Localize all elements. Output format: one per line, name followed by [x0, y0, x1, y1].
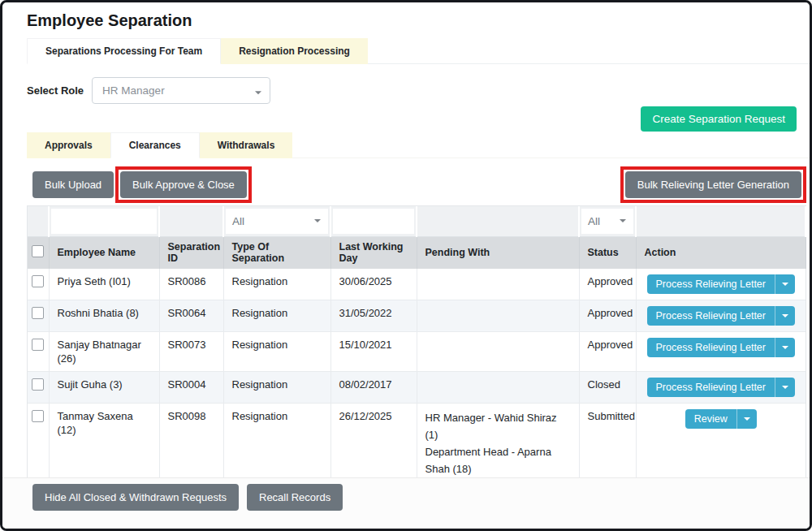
main-tab-bar: Separations Processing For Team Resignat…	[27, 38, 810, 64]
column-header: Separation ID	[159, 236, 223, 269]
hide-closed-withdrawn-button[interactable]: Hide All Closed & Withdrawn Requests	[32, 484, 239, 511]
row-action-button[interactable]: Process Relieving Letter	[647, 338, 795, 357]
column-header: Employee Name	[49, 236, 159, 269]
chevron-down-icon[interactable]	[775, 274, 795, 294]
cell-last-working-day: 31/05/2022	[330, 300, 417, 332]
cell-employee-name: Sujit Guha (3)	[49, 372, 159, 404]
select-all-checkbox[interactable]	[32, 245, 44, 257]
separation-id-filter-cell	[159, 206, 223, 236]
select-role-label: Select Role	[27, 84, 84, 97]
create-separation-request-button[interactable]: Create Separation Request	[641, 106, 797, 132]
cell-status: Approved	[579, 269, 636, 300]
table-row: Sanjay Bhatnagar (26) SR0073 Resignation…	[28, 332, 806, 372]
cell-last-working-day: 30/06/2025	[330, 269, 417, 300]
filter-checkbox-cell	[28, 206, 49, 236]
role-select-value: HR Manager	[102, 84, 165, 97]
column-header: Status	[579, 236, 636, 269]
chevron-down-icon	[314, 219, 321, 226]
row-action-label[interactable]: Process Relieving Letter	[647, 378, 775, 397]
bulk-approve-close-button[interactable]: Bulk Approve & Close	[120, 171, 247, 198]
cell-type-of-separation: Resignation	[223, 332, 330, 372]
cell-last-working-day: 15/10/2021	[330, 332, 417, 372]
cell-separation-id: SR0064	[159, 300, 223, 332]
cell-employee-name: Sanjay Bhatnagar (26)	[49, 332, 159, 372]
action-filter-cell	[636, 206, 806, 236]
cell-status: Closed	[579, 372, 636, 404]
tab-approvals[interactable]: Approvals	[27, 132, 110, 158]
table-row: Sujit Guha (3) SR0004 Resignation 08/02/…	[28, 372, 806, 404]
bottom-actions: Hide All Closed & Withdrawn Requests Rec…	[2, 477, 810, 529]
row-checkbox[interactable]	[32, 339, 44, 351]
role-selector-row: Select Role HR Manager	[27, 77, 270, 104]
employee-name-filter-input[interactable]	[51, 209, 157, 234]
row-checkbox[interactable]	[32, 307, 44, 319]
tab-clearances[interactable]: Clearances	[110, 132, 200, 158]
table-row: Roshni Bhatia (8) SR0064 Resignation 31/…	[28, 300, 806, 332]
app-window: Employee Separation Separations Processi…	[0, 0, 812, 531]
cell-last-working-day: 08/02/2017	[330, 372, 417, 404]
row-checkbox[interactable]	[32, 410, 44, 422]
status-filter-select[interactable]: All	[581, 209, 633, 234]
row-action-button[interactable]: Process Relieving Letter	[647, 378, 795, 397]
row-action-button[interactable]: Process Relieving Letter	[647, 274, 795, 294]
cell-separation-id: SR0004	[159, 372, 223, 404]
row-action-label[interactable]: Review	[685, 409, 736, 429]
annotation-box-bulk-relieving: Bulk Relieving Letter Generation	[620, 166, 806, 203]
cell-type-of-separation: Resignation	[223, 372, 330, 404]
bulk-relieving-letter-generation-button[interactable]: Bulk Relieving Letter Generation	[625, 171, 801, 198]
cell-pending-with	[417, 269, 579, 300]
cell-type-of-separation: Resignation	[223, 269, 330, 300]
pending-with-filter-cell	[417, 206, 579, 236]
column-header: Last Working Day	[330, 236, 417, 269]
chevron-down-icon[interactable]	[736, 409, 757, 429]
role-select[interactable]: HR Manager	[92, 77, 270, 104]
column-header: Pending With	[417, 236, 579, 269]
chevron-down-icon[interactable]	[775, 306, 795, 326]
recall-records-button[interactable]: Recall Records	[247, 484, 343, 511]
filter-row: All All	[28, 206, 806, 236]
chevron-down-icon[interactable]	[775, 338, 795, 357]
chevron-down-icon	[255, 91, 261, 97]
tab-resignation-processing[interactable]: Resignation Processing	[221, 38, 368, 64]
cell-separation-id: SR0073	[159, 332, 223, 372]
row-action-label[interactable]: Process Relieving Letter	[647, 338, 775, 357]
column-header: Action	[636, 236, 806, 269]
row-action-button[interactable]: Review	[685, 409, 757, 429]
cell-pending-with	[417, 332, 579, 372]
cell-employee-name: Roshni Bhatia (8)	[49, 300, 159, 332]
header-row: Employee NameSeparation IDType Of Separa…	[28, 236, 806, 269]
cell-status: Approved	[579, 332, 636, 372]
column-header: Type Of Separation	[223, 236, 330, 269]
annotation-box-bulk-approve: Bulk Approve & Close	[115, 166, 252, 203]
row-action-label[interactable]: Process Relieving Letter	[647, 306, 775, 326]
cell-separation-id: SR0086	[159, 269, 223, 300]
bulk-upload-button[interactable]: Bulk Upload	[32, 171, 114, 198]
row-action-label[interactable]: Process Relieving Letter	[647, 274, 775, 294]
row-action-button[interactable]: Process Relieving Letter	[647, 306, 795, 326]
cell-pending-with	[417, 372, 579, 404]
sub-tab-bar: Approvals Clearances Withdrawals	[27, 132, 810, 158]
bulk-actions-toolbar: Bulk Upload Bulk Approve & Close Bulk Re…	[27, 166, 806, 203]
table-body: All All Employ	[28, 206, 806, 518]
tab-withdrawals[interactable]: Withdrawals	[200, 132, 293, 158]
cell-status: Approved	[579, 300, 636, 332]
table-row: Priya Seth (I01) SR0086 Resignation 30/0…	[28, 269, 806, 300]
chevron-down-icon[interactable]	[775, 378, 795, 397]
last-working-day-filter-input[interactable]	[333, 209, 414, 234]
cell-pending-with	[417, 300, 579, 332]
tab-separations-processing-for-team[interactable]: Separations Processing For Team	[27, 38, 221, 64]
type-of-separation-filter-select[interactable]: All	[226, 209, 328, 234]
row-checkbox[interactable]	[32, 275, 44, 287]
cell-type-of-separation: Resignation	[223, 300, 330, 332]
row-checkbox[interactable]	[32, 378, 44, 391]
chevron-down-icon	[620, 219, 626, 226]
page-title: Employee Separation	[27, 11, 192, 30]
cell-employee-name: Priya Seth (I01)	[49, 269, 159, 300]
